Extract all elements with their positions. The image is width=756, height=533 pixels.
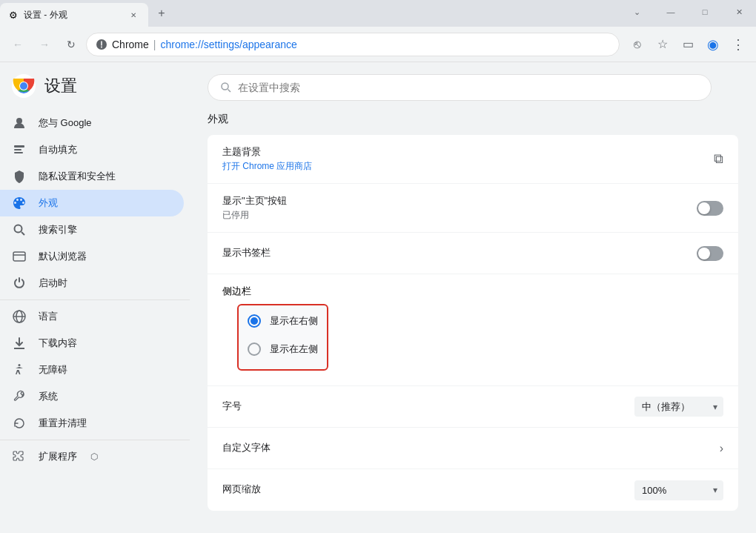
sidebar-item-extensions[interactable]: 扩展程序 ⬡ xyxy=(0,443,184,470)
power-icon xyxy=(12,276,27,291)
reload-icon: ↻ xyxy=(67,39,76,50)
active-tab[interactable]: ⚙ 设置 - 外观 ✕ xyxy=(0,3,148,27)
sidebar-item-google[interactable]: 您与 Google xyxy=(0,110,184,136)
font-size-label-main: 字号 xyxy=(222,400,634,413)
sidebar-left-label: 显示在左侧 xyxy=(270,342,318,356)
sidebar-label-browser: 默认浏览器 xyxy=(39,250,87,263)
search-bar-icon xyxy=(220,82,232,93)
sidebar-section-label: 侧边栏 xyxy=(222,285,251,298)
bookmarks-row: 显示书签栏 xyxy=(208,233,738,274)
address-separator: | xyxy=(153,39,156,50)
search-bar-wrap xyxy=(190,62,756,113)
zoom-label: 网页缩放 xyxy=(222,483,634,497)
close-button[interactable]: ✕ xyxy=(722,0,756,24)
sidebar-left-radio[interactable] xyxy=(248,342,261,356)
svg-rect-11 xyxy=(13,252,25,261)
minimize-button[interactable]: — xyxy=(654,0,688,24)
sidebar-item-accessibility[interactable]: 无障碍 xyxy=(0,357,184,383)
zoom-dropdown[interactable]: 75% 90% 100% 110% 125% 150% 175% 200% xyxy=(634,480,723,500)
window-controls: ⌄ — □ ✕ xyxy=(620,0,756,24)
maximize-button[interactable]: □ xyxy=(688,0,722,24)
main-layout: 设置 您与 Google 自动填充 隐私设置 xyxy=(0,62,756,533)
custom-font-action: › xyxy=(720,442,723,455)
external-link-icon[interactable]: ⧉ xyxy=(714,151,723,167)
menu-button[interactable]: ⋮ xyxy=(726,33,750,56)
sidebar-item-browser[interactable]: 默认浏览器 xyxy=(0,243,184,270)
sidebar-item-system[interactable]: 系统 xyxy=(0,383,184,410)
reload-button[interactable]: ↻ xyxy=(59,33,83,56)
custom-font-row[interactable]: 自定义字体 › xyxy=(208,428,738,469)
sidebar-item-language[interactable]: 语言 xyxy=(0,303,184,330)
sidebar-right-radio[interactable] xyxy=(248,314,261,328)
sidebar-label-accessibility: 无障碍 xyxy=(39,363,67,377)
font-size-label: 字号 xyxy=(222,400,634,414)
bookmark-button[interactable]: ☆ xyxy=(651,33,674,56)
sidebar-left-option[interactable]: 显示在左侧 xyxy=(248,335,318,363)
svg-point-9 xyxy=(15,225,22,233)
search-icon xyxy=(12,222,27,237)
sidebar-label-google: 您与 Google xyxy=(39,116,92,130)
nav-actions: ⎋ ☆ ▭ ◉ ⋮ xyxy=(626,33,750,56)
sidebar-item-search[interactable]: 搜索引擎 xyxy=(0,216,184,243)
puzzle-icon xyxy=(12,449,27,464)
sidebar-item-reset[interactable]: 重置并清理 xyxy=(0,410,184,437)
collapse-icon: ⌄ xyxy=(634,7,640,17)
font-size-dropdown[interactable]: 特小 小 中（推荐） 大 特大 xyxy=(634,397,723,417)
address-bar[interactable]: Chrome | chrome://settings/appearance xyxy=(86,33,620,56)
sidebar-right-option[interactable]: 显示在右侧 xyxy=(248,311,318,335)
bookmarks-label-main: 显示书签栏 xyxy=(222,246,697,259)
sidebar-row: 侧边栏 显示在右侧 显示在左侧 xyxy=(208,274,738,386)
sidebar-label-startup: 启动时 xyxy=(39,277,67,290)
sidebar-label-system: 系统 xyxy=(39,390,58,403)
sidebar-item-privacy[interactable]: 隐私设置和安全性 xyxy=(0,163,184,190)
svg-point-18 xyxy=(222,83,228,90)
home-button-toggle-knob xyxy=(698,202,710,214)
sidebar-label-privacy: 隐私设置和安全性 xyxy=(39,170,116,183)
address-content: Chrome | chrome://settings/appearance xyxy=(96,39,610,50)
new-tab-button[interactable]: + xyxy=(151,3,172,24)
sidebar-item-downloads[interactable]: 下载内容 xyxy=(0,330,184,357)
download-icon xyxy=(12,336,27,351)
tab-search-button[interactable]: ▭ xyxy=(676,33,700,56)
tab-close-button[interactable]: ✕ xyxy=(127,9,139,21)
tab-bar: ⚙ 设置 - 外观 ✕ + xyxy=(0,0,172,27)
collapse-button[interactable]: ⌄ xyxy=(620,0,654,24)
sidebar-header: 设置 xyxy=(0,68,190,110)
home-button-action xyxy=(697,201,723,216)
zoom-row: 网页缩放 75% 90% 100% 110% 125% 150% 175% xyxy=(208,469,738,511)
content-area: 外观 主题背景 打开 Chrome 应用商店 ⧉ 显示"主页"按钮 xyxy=(190,62,756,533)
search-input[interactable] xyxy=(238,82,699,93)
fill-icon xyxy=(12,142,27,157)
palette-icon xyxy=(12,196,27,211)
home-button-label-main: 显示"主页"按钮 xyxy=(222,194,697,208)
tab-title: 设置 - 外观 xyxy=(24,9,122,21)
settings-title: 设置 xyxy=(44,75,77,97)
home-button-row: 显示"主页"按钮 已停用 xyxy=(208,184,738,233)
theme-action: ⧉ xyxy=(714,151,723,167)
font-size-dropdown-wrap: 特小 小 中（推荐） 大 特大 xyxy=(634,397,723,417)
maximize-icon: □ xyxy=(703,7,708,16)
custom-font-label: 自定义字体 xyxy=(222,441,720,456)
sidebar-label-extensions: 扩展程序 xyxy=(39,450,77,463)
address-url: chrome://settings/appearance xyxy=(160,39,296,50)
sidebar-item-appearance[interactable]: 外观 xyxy=(0,190,184,216)
bookmarks-toggle[interactable] xyxy=(697,246,723,261)
sidebar-item-startup[interactable]: 启动时 xyxy=(0,270,184,297)
bookmarks-toggle-knob xyxy=(698,248,710,259)
back-button[interactable]: ← xyxy=(6,33,30,56)
share-button[interactable]: ⎋ xyxy=(626,33,649,56)
profile-button[interactable]: ◉ xyxy=(701,33,725,56)
svg-rect-8 xyxy=(14,152,23,153)
theme-row: 主题背景 打开 Chrome 应用商店 ⧉ xyxy=(208,135,738,184)
nav-bar: ← → ↻ Chrome | chrome://settings/appeara… xyxy=(0,27,756,62)
sidebar-item-autofill[interactable]: 自动填充 xyxy=(0,136,184,163)
svg-line-10 xyxy=(21,232,24,235)
accessibility-icon xyxy=(12,362,27,377)
bookmarks-action xyxy=(697,246,723,261)
forward-button[interactable]: → xyxy=(33,33,56,56)
home-button-toggle[interactable] xyxy=(697,201,723,216)
menu-icon: ⋮ xyxy=(732,36,745,53)
font-size-row: 字号 特小 小 中（推荐） 大 特大 xyxy=(208,386,738,428)
back-icon: ← xyxy=(13,39,23,50)
zoom-label-main: 网页缩放 xyxy=(222,483,634,496)
